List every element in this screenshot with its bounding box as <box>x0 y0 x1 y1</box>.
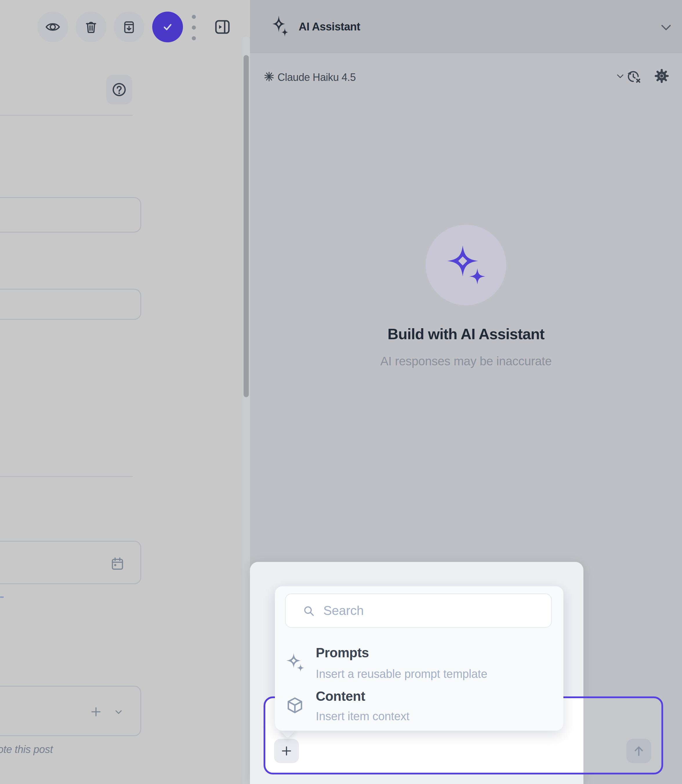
send-button[interactable] <box>626 739 651 763</box>
insert-menu-popover: Prompts Insert a reusable prompt templat… <box>275 586 563 731</box>
plus-icon[interactable] <box>89 705 103 719</box>
menu-item-prompts[interactable]: Prompts Insert a reusable prompt templat… <box>275 639 563 685</box>
delete-button[interactable] <box>76 11 107 42</box>
eye-icon <box>45 19 61 35</box>
question-mark-icon <box>111 81 127 98</box>
archive-down-icon <box>122 20 136 34</box>
check-icon <box>160 20 175 34</box>
menu-item-content[interactable]: Content Insert item context <box>275 682 563 728</box>
clear-history-button[interactable] <box>626 70 641 84</box>
search-input[interactable] <box>323 594 543 627</box>
kebab-menu-icon <box>192 14 196 41</box>
form-field-title[interactable] <box>0 197 141 233</box>
help-button[interactable] <box>106 75 132 104</box>
preview-button[interactable] <box>37 11 68 42</box>
approve-button[interactable] <box>152 11 183 42</box>
insert-menu-search[interactable] <box>285 593 552 628</box>
menu-item-title: Prompts <box>316 645 369 660</box>
gear-icon <box>654 69 669 83</box>
promote-caption: ote this post <box>0 743 53 755</box>
chevron-down-icon[interactable] <box>616 73 624 80</box>
form-field-reference[interactable] <box>0 686 141 736</box>
archive-button[interactable] <box>114 11 144 42</box>
menu-item-title: Content <box>316 688 365 704</box>
app-window: ote this post AI Assistant Claude Ha <box>0 0 682 784</box>
chevron-down-icon[interactable] <box>660 22 672 32</box>
truncated-label-fragment <box>0 596 4 598</box>
toggle-panel-button[interactable] <box>214 19 231 35</box>
sparkle-icon <box>446 245 486 285</box>
panel-right-icon <box>214 19 231 35</box>
ai-assistant-panel: AI Assistant Claude Haiku 4.5 <box>250 0 682 784</box>
form-field-date[interactable] <box>0 541 141 584</box>
empty-state-heading: Build with AI Assistant <box>250 325 682 343</box>
ai-panel-title: AI Assistant <box>299 21 360 33</box>
plus-icon <box>280 744 293 758</box>
ai-empty-state-avatar <box>425 225 506 305</box>
arrow-up-icon <box>632 744 646 758</box>
cube-icon <box>285 696 305 715</box>
history-clear-icon <box>626 70 641 84</box>
calendar-icon <box>110 556 125 571</box>
search-icon <box>303 604 316 618</box>
empty-state-subheading: AI responses may be inaccurate <box>250 354 682 368</box>
trash-icon <box>84 20 98 34</box>
settings-button[interactable] <box>654 69 669 83</box>
chevron-down-icon[interactable] <box>113 707 124 717</box>
section-divider <box>0 476 133 477</box>
form-field-slug[interactable] <box>0 289 141 320</box>
menu-item-description: Insert a reusable prompt template <box>316 668 488 680</box>
sparkle-icon <box>285 652 305 672</box>
menu-item-description: Insert item context <box>316 710 410 723</box>
starburst-icon <box>264 71 275 82</box>
scrollbar-thumb[interactable] <box>244 55 249 397</box>
ai-panel-header: AI Assistant <box>250 0 682 53</box>
sparkle-icon <box>272 15 288 37</box>
more-options-button[interactable] <box>192 14 196 41</box>
attach-button[interactable] <box>274 739 299 763</box>
section-divider <box>0 115 133 116</box>
model-selector[interactable]: Claude Haiku 4.5 <box>277 71 356 83</box>
